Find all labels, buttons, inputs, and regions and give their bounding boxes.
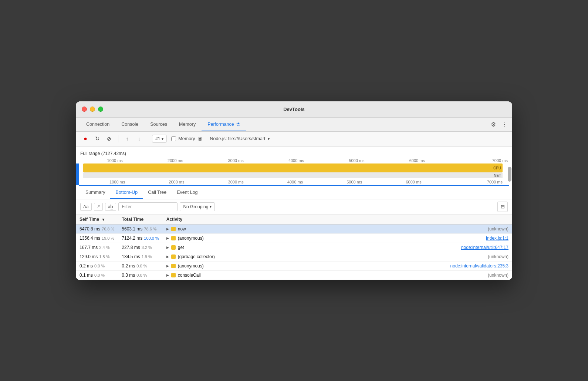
cell-total-time: 227.8 ms3.2 % (118, 243, 162, 252)
bottom-panel: Summary Bottom-Up Call Tree Event Log Aa… (76, 186, 512, 280)
cell-self-time: 167.7 ms2.4 % (76, 243, 118, 252)
activity-source[interactable]: index.js:1:1 (486, 236, 508, 241)
settings-icon[interactable]: ⚙ (491, 121, 496, 128)
grouping-select[interactable]: No Grouping ▾ (180, 202, 215, 211)
table-row: 0.2 ms0.0 %0.2 ms0.0 %▶(anonymous)node:i… (76, 261, 512, 270)
cell-total-time: 0.2 ms0.0 % (118, 261, 162, 270)
tab-summary[interactable]: Summary (80, 186, 110, 199)
activity-color-icon (171, 273, 176, 277)
panel-tabs: Summary Bottom-Up Call Tree Event Log (76, 186, 512, 199)
activity-source: (unknown) (488, 254, 508, 259)
expand-arrow-icon[interactable]: ▶ (166, 273, 169, 277)
sort-arrow-icon: ▼ (101, 218, 105, 222)
table-row: 167.7 ms2.4 %227.8 ms3.2 %▶getnode:inter… (76, 243, 512, 252)
record-button[interactable]: ● (80, 134, 91, 144)
data-table-container: Self Time ▼ Total Time Activity 5470.8 m… (76, 215, 512, 280)
upload-button[interactable]: ↑ (122, 134, 132, 144)
tab-connection[interactable]: Connection (80, 117, 115, 131)
tab-sources[interactable]: Sources (144, 117, 173, 131)
case-sensitive-button[interactable]: Aa (80, 203, 92, 211)
separator-2 (148, 135, 148, 142)
tab-call-tree[interactable]: Call Tree (143, 186, 172, 199)
activity-name: get (178, 245, 184, 250)
more-icon[interactable]: ⋮ (501, 120, 508, 128)
expand-arrow-icon[interactable]: ▶ (166, 227, 169, 231)
refresh-button[interactable]: ↻ (92, 134, 102, 144)
expand-arrow-icon[interactable]: ▶ (166, 246, 169, 249)
cell-total-time: 134.5 ms1.9 % (118, 252, 162, 261)
tab-memory[interactable]: Memory (173, 117, 202, 131)
filter-input[interactable] (118, 202, 178, 211)
th-total-time[interactable]: Total Time (118, 215, 162, 225)
close-button[interactable] (82, 107, 87, 112)
timeline-ruler-top: 1000 ms 2000 ms 3000 ms 4000 ms 5000 ms … (76, 158, 512, 163)
cell-activity: ▶consoleCall(unknown) (163, 270, 512, 280)
timeline-left-handle[interactable] (76, 163, 79, 185)
cpu-bar[interactable]: CPU (83, 163, 503, 172)
tabs-bar: Connection Console Sources Memory Perfor… (76, 118, 512, 132)
cell-self-time: 129.0 ms1.8 % (76, 252, 118, 261)
cell-self-time: 5470.8 ms76.8 % (76, 224, 118, 233)
activity-color-icon (171, 254, 176, 259)
record-id-selector[interactable]: #1 ▾ (152, 135, 167, 143)
activity-name: (anonymous) (178, 263, 204, 269)
activity-color-icon (171, 264, 176, 268)
target-selector[interactable]: Node.js: file:///Users/stmart ▾ (207, 135, 273, 142)
cell-self-time: 0.1 ms0.0 % (76, 270, 118, 280)
window-title: DevTools (283, 107, 305, 112)
table-header-row: Self Time ▼ Total Time Activity (76, 215, 512, 225)
activity-source: (unknown) (488, 226, 508, 232)
scrollbar-thumb[interactable] (508, 167, 511, 182)
cell-activity: ▶(anonymous)index.js:1:1 (163, 233, 512, 243)
th-activity[interactable]: Activity (163, 215, 512, 225)
cell-self-time: 1356.4 ms19.0 % (76, 233, 118, 243)
timeline-ruler-bottom: 1000 ms 2000 ms 3000 ms 4000 ms 5000 ms … (79, 178, 507, 185)
activity-source: (unknown) (488, 273, 508, 278)
regex-button[interactable]: .* (94, 203, 103, 211)
tab-event-log[interactable]: Event Log (172, 186, 203, 199)
minimize-button[interactable] (90, 107, 95, 112)
timeline-with-scroll: CPU NET 1000 ms 2000 ms 3000 ms 4000 ms … (76, 163, 512, 185)
whole-word-button[interactable]: ab̲ (105, 203, 116, 211)
activity-name: (garbage collector) (178, 254, 215, 259)
expand-arrow-icon[interactable]: ▶ (166, 236, 169, 240)
memory-checkbox-input[interactable] (171, 136, 176, 141)
memory-checkbox[interactable]: Memory 🖥 (171, 136, 202, 142)
activity-color-icon (171, 245, 176, 250)
toolbar: ● ↻ ⊘ ↑ ↓ #1 ▾ Memory 🖥 Node.js: file://… (76, 132, 512, 146)
chevron-down-icon: ▾ (210, 205, 212, 209)
net-bar[interactable]: NET (83, 172, 503, 178)
cell-activity: ▶now(unknown) (163, 224, 512, 233)
th-self-time[interactable]: Self Time ▼ (76, 215, 118, 225)
titlebar: DevTools (76, 101, 512, 118)
data-table: Self Time ▼ Total Time Activity 5470.8 m… (76, 215, 512, 280)
expand-arrow-icon[interactable]: ▶ (166, 264, 169, 268)
timeline-main: CPU NET 1000 ms 2000 ms 3000 ms 4000 ms … (79, 163, 507, 185)
table-row: 129.0 ms1.8 %134.5 ms1.9 %▶(garbage coll… (76, 252, 512, 261)
maximize-button[interactable] (98, 107, 103, 112)
tab-bottom-up[interactable]: Bottom-Up (110, 186, 143, 199)
memory-icon: 🖥 (197, 136, 203, 142)
download-button[interactable]: ↓ (134, 134, 144, 144)
sidebar-toggle-button[interactable]: ⊟ (497, 202, 508, 212)
table-row: 1356.4 ms19.0 %7124.2 ms100.0 %▶(anonymo… (76, 233, 512, 243)
flask-icon: ⚗ (236, 122, 240, 127)
activity-name: (anonymous) (178, 236, 204, 241)
activity-color-icon (171, 227, 176, 231)
activity-source[interactable]: node:internal/util:647:17 (461, 245, 508, 250)
activity-source[interactable]: node:internal/validators:235:3 (450, 263, 508, 269)
activity-name: now (178, 226, 186, 232)
table-row: 0.1 ms0.0 %0.3 ms0.0 %▶consoleCall(unkno… (76, 270, 512, 280)
tab-performance[interactable]: Performance ⚗ (202, 117, 246, 131)
full-range-label: Full range (7127.42ms) (76, 149, 512, 158)
cell-activity: ▶(garbage collector)(unknown) (163, 252, 512, 261)
filter-bar: Aa .* ab̲ No Grouping ▾ ⊟ (76, 199, 512, 215)
cell-activity: ▶(anonymous)node:internal/validators:235… (163, 261, 512, 270)
chevron-down-icon: ▾ (162, 137, 163, 141)
scrollbar[interactable] (507, 163, 512, 185)
activity-color-icon (171, 236, 176, 240)
tab-console[interactable]: Console (115, 117, 144, 131)
clear-button[interactable]: ⊘ (104, 134, 114, 144)
activity-name: consoleCall (178, 273, 201, 278)
expand-arrow-icon[interactable]: ▶ (166, 255, 169, 259)
